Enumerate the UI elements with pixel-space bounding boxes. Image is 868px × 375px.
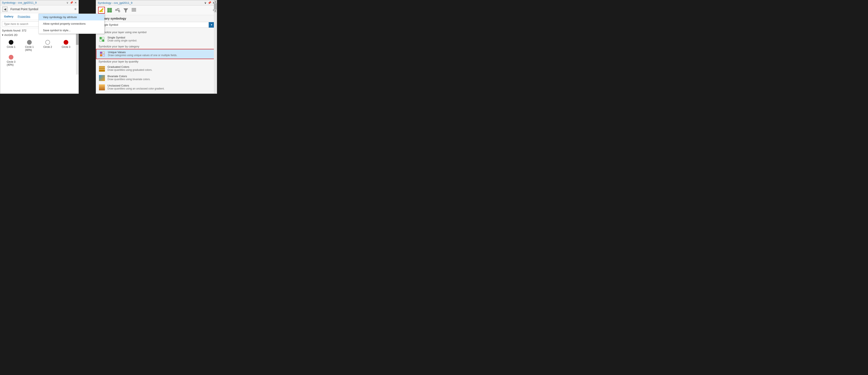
unclassed-colors-icon — [98, 84, 105, 91]
scroll-down-button[interactable]: ▼ — [214, 9, 217, 12]
symbol-label: Circle 3 — [62, 45, 70, 48]
graduated-symbols-text: Graduated Symbols — [107, 93, 132, 94]
chevron-down-icon: ▾ — [2, 33, 3, 37]
graduated-symbols-title: Graduated Symbols — [107, 93, 132, 94]
svg-marker-12 — [124, 8, 128, 12]
graduated-colors-title: Graduated Colors — [107, 65, 152, 68]
pencil-icon — [99, 8, 104, 13]
unclassed-colors-desc: Draw quantities using an unclassed color… — [107, 87, 164, 90]
list-item[interactable]: Circle 2 — [40, 40, 55, 52]
list-item[interactable]: Circle 3(40%) — [4, 55, 19, 66]
hamburger-icon[interactable]: ≡ — [74, 7, 76, 11]
bivariate-colors-text: Bivariate Colors Draw quantities using b… — [107, 75, 150, 81]
list-item[interactable]: Circle 3 — [59, 40, 73, 52]
attributes-tool-button[interactable] — [130, 7, 137, 13]
gallery-tool-button[interactable] — [106, 7, 113, 13]
symbology-tool-button[interactable] — [98, 7, 105, 13]
dropdown-menu: Vary symbology by attribute Allow symbol… — [38, 13, 104, 34]
right-titlebar-icons: ∨ 📌 ✕ — [204, 1, 215, 4]
graduated-colors-text: Graduated Colors Draw quantities using g… — [107, 65, 152, 71]
symbol-label: Circle 1(40%) — [25, 45, 34, 52]
primary-symbology-label: Primary symbology — [96, 15, 217, 21]
filter-tool-button[interactable] — [122, 7, 129, 13]
unclassed-colors-title: Unclassed Colors — [107, 84, 164, 87]
chevron-down-icon[interactable]: ∨ — [66, 1, 68, 4]
left-titlebar: Symbology - cvs_jgd2011_9 ∨ 📌 ✕ — [0, 0, 79, 5]
symbology-item-unique-values[interactable]: Unique Values Draw categories using uniq… — [96, 49, 217, 59]
filter-icon — [123, 8, 128, 13]
section-by-quantity: Symbolize your layer by quantity — [96, 59, 217, 64]
symbology-list: Symbolize your layer using one symbol Si… — [96, 29, 217, 94]
symbol-label: Circle 1 — [7, 45, 16, 48]
symbology-item-bivariate-colors[interactable]: Bivariate Colors Draw quantities using b… — [96, 73, 217, 83]
symbology-item-graduated-symbols[interactable]: Graduated Symbols — [96, 92, 217, 94]
menu-item-save-symbol[interactable]: Save symbol to style... — [39, 27, 104, 34]
graduated-symbols-icon — [98, 93, 105, 94]
attributes-icon — [131, 8, 136, 13]
symbology-item-single-symbol[interactable]: Single Symbol Draw using single symbol. — [96, 35, 217, 44]
right-scrollbar[interactable]: ▲ ▼ — [214, 0, 217, 94]
symbols-grid: Circle 1 Circle 1(40%) Circle 2 Circle 3… — [0, 37, 79, 69]
scroll-up-button[interactable]: ▲ — [214, 0, 217, 3]
left-scrollbar[interactable] — [76, 32, 79, 75]
tab-properties[interactable]: Properties — [16, 14, 32, 19]
menu-item-allow-connections[interactable]: Allow symbol property connections — [39, 21, 104, 27]
back-button[interactable]: ◀ — [2, 7, 7, 12]
circle-1-icon — [9, 40, 13, 45]
vary-tool-button[interactable] — [114, 7, 121, 13]
graduated-colors-desc: Draw quantities using graduated colors. — [107, 68, 152, 71]
unique-values-icon — [99, 50, 106, 58]
bivariate-colors-icon — [98, 75, 105, 81]
svg-rect-13 — [132, 8, 136, 9]
symbol-label: Circle 2 — [43, 45, 52, 48]
svg-rect-8 — [110, 10, 112, 12]
graduated-colors-icon — [98, 65, 105, 72]
svg-rect-10 — [117, 8, 119, 10]
pin-icon[interactable]: 📌 — [208, 1, 211, 4]
left-panel-title: Symbology - cvs_jgd2011_9 — [2, 1, 37, 4]
right-panel: Symbology - cvs_jgd2011_9 ∨ 📌 ✕ — [96, 0, 217, 94]
scroll-thumb[interactable] — [76, 32, 79, 45]
right-panel-title: Symbology - cvs_jgd2011_9 — [98, 1, 132, 4]
svg-rect-6 — [110, 8, 112, 10]
single-symbol-select[interactable]: Single Symbol — [98, 22, 209, 28]
scroll-thumb[interactable] — [214, 3, 217, 9]
single-symbol-text: Single Symbol Draw using single symbol. — [107, 36, 137, 42]
dropdown-arrow-button[interactable]: ▾ — [209, 22, 214, 28]
symbology-item-unclassed-colors[interactable]: Unclassed Colors Draw quantities using a… — [96, 83, 217, 92]
unique-values-title: Unique Values — [108, 50, 177, 54]
titlebar-icons: ∨ 📌 ✕ — [66, 1, 77, 4]
svg-rect-9 — [116, 9, 117, 11]
bivariate-colors-title: Bivariate Colors — [107, 75, 150, 78]
right-toolbar: ≡ — [96, 5, 217, 15]
circle-3-icon — [64, 40, 68, 45]
symbology-item-graduated-colors[interactable]: Graduated Colors Draw quantities using g… — [96, 64, 217, 73]
section-by-category: Symbolize your layer by category — [96, 44, 217, 49]
unique-values-desc: Draw categories using unique values of o… — [108, 54, 177, 57]
tab-gallery[interactable]: Gallery — [2, 14, 16, 19]
pin-icon[interactable]: 📌 — [70, 1, 73, 4]
format-point-header: ◀ Format Point Symbol ≡ — [0, 5, 79, 13]
unique-values-text: Unique Values Draw categories using uniq… — [108, 50, 177, 57]
single-symbol-icon — [98, 36, 105, 43]
list-item[interactable]: Circle 1 — [4, 40, 19, 52]
close-icon[interactable]: ✕ — [74, 1, 77, 4]
section-one-symbol: Symbolize your layer using one symbol — [96, 30, 217, 35]
single-symbol-title: Single Symbol — [107, 36, 137, 39]
svg-rect-14 — [132, 9, 136, 10]
vary-icon — [115, 8, 120, 13]
bivariate-colors-desc: Draw quantities using bivariate colors. — [107, 78, 150, 81]
svg-rect-7 — [107, 10, 110, 12]
symbol-label: Circle 3(40%) — [7, 60, 16, 66]
arcgis-group-label: ArcGIS 2D — [4, 33, 18, 37]
svg-rect-5 — [107, 8, 110, 10]
single-symbol-desc: Draw using single symbol. — [107, 39, 137, 42]
menu-item-vary-symbology[interactable]: Vary symbology by attribute — [39, 14, 104, 21]
svg-rect-15 — [132, 11, 136, 11]
circle-1-40-icon — [27, 40, 32, 45]
gallery-icon — [107, 8, 112, 13]
chevron-down-icon[interactable]: ∨ — [204, 1, 207, 4]
list-item[interactable]: Circle 1(40%) — [22, 40, 37, 52]
svg-rect-11 — [119, 11, 120, 12]
format-point-title: Format Point Symbol — [10, 7, 38, 11]
